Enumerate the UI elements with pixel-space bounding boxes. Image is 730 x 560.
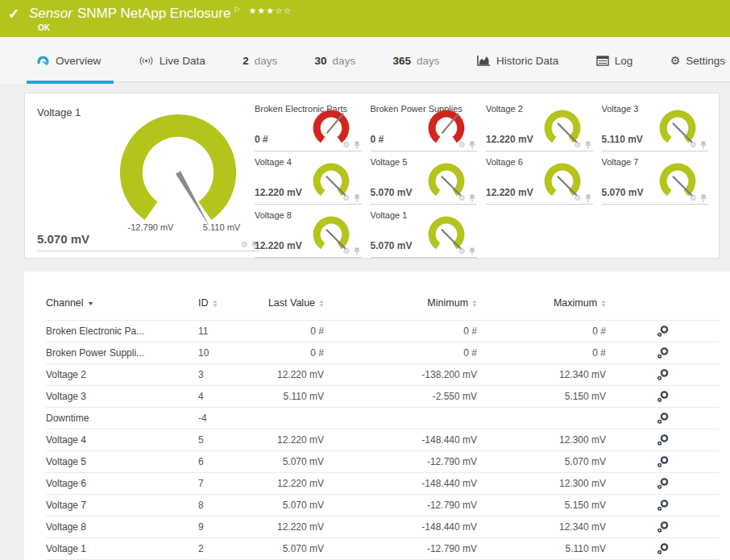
channel-settings-gears-icon[interactable] [657, 477, 670, 490]
channel-settings-gears-icon[interactable] [657, 368, 670, 381]
tab-label: days [255, 55, 278, 67]
table-row[interactable]: Downtime -4 [46, 407, 720, 429]
table-row[interactable]: Voltage 7 8 5.070 mV -12.790 mV 5.150 mV [46, 494, 720, 516]
table-row[interactable]: Voltage 2 3 12.220 mV -138.200 mV 12.340… [46, 363, 720, 385]
channel-name[interactable]: Voltage 1 [46, 537, 198, 559]
column-header-id[interactable]: ID [198, 296, 255, 320]
minimum-value: -148.440 mV [324, 429, 477, 450]
gauge-tile-voltage-5[interactable]: Voltage 5 5.070 mV ⚙ [371, 155, 478, 205]
gear-icon: ⚙ [670, 54, 681, 67]
tab-30-days[interactable]: 30 days [315, 37, 356, 84]
gauge-tile-broken-power-supplies[interactable]: Broken Power Supplies 0 # ⚙ [371, 102, 478, 151]
table-row[interactable]: Broken Power Suppli... 10 0 # 0 # 0 # [46, 342, 720, 363]
channel-name[interactable]: Voltage 2 [46, 363, 198, 385]
gauge-pin-icon[interactable] [354, 141, 360, 149]
gauge-settings-gear-icon[interactable]: ⚙ [458, 247, 466, 255]
gauge-pin-icon[interactable] [585, 194, 591, 202]
channel-id: 10 [198, 342, 255, 363]
gauge-settings-gear-icon[interactable]: ⚙ [343, 141, 350, 149]
table-row[interactable]: Voltage 8 9 12.220 mV -148.440 mV 12.340… [46, 516, 720, 537]
tab-365-days[interactable]: 365 days [393, 37, 440, 84]
channel-id: 5 [198, 429, 255, 450]
gauge-tile-voltage-7[interactable]: Voltage 7 5.070 mV ⚙ [602, 155, 709, 205]
channel-settings-gears-icon[interactable] [657, 499, 670, 512]
column-header-last-value[interactable]: Last Value [255, 296, 324, 320]
channel-settings-gears-icon[interactable] [657, 346, 670, 359]
gauge-tile-voltage-8[interactable]: Voltage 8 12.220 mV ⚙ [255, 208, 362, 258]
gauge-tile-voltage-1-main[interactable]: Voltage 1 -12.790 mV 5.110 mV 5.070 mV ⚙ [37, 102, 259, 251]
channel-name[interactable]: Voltage 3 [46, 385, 198, 407]
channel-settings-gears-icon[interactable] [657, 325, 670, 338]
table-row[interactable]: Voltage 3 4 5.110 mV -2.550 mV 5.150 mV [46, 385, 720, 407]
gauge-settings-gear-icon[interactable]: ⚙ [574, 141, 582, 149]
channel-settings-gears-icon[interactable] [657, 433, 670, 446]
channel-name[interactable]: Broken Electronic Pa... [46, 320, 198, 342]
table-row[interactable]: Voltage 4 5 12.220 mV -148.440 mV 12.300… [46, 429, 720, 450]
gauge-pin-icon[interactable] [469, 194, 475, 202]
sensor-name[interactable]: SNMP NetApp Enclosure [77, 6, 231, 21]
gauge-pin-icon[interactable] [700, 194, 707, 202]
column-header-channel[interactable]: Channel [46, 296, 198, 320]
tab-overview[interactable]: Overview [36, 37, 101, 84]
gauge-settings-gear-icon[interactable]: ⚙ [343, 194, 350, 202]
column-header-maximum[interactable]: Maximum [477, 296, 606, 320]
gauge-tile-voltage-2[interactable]: Voltage 2 12.220 mV ⚙ [486, 102, 593, 151]
channel-name[interactable]: Voltage 4 [46, 429, 198, 450]
gauge-tile-voltage-1-small[interactable]: Voltage 1 5.070 mV ⚙ [371, 208, 478, 258]
tab-settings[interactable]: ⚙ Settings [670, 37, 725, 84]
channel-id: 4 [198, 385, 255, 407]
column-header-minimum[interactable]: Minimum [324, 296, 477, 320]
gauge-tile-voltage-3[interactable]: Voltage 3 5.110 mV ⚙ [602, 102, 709, 151]
gauge-settings-gear-icon[interactable]: ⚙ [343, 247, 350, 255]
tab-2-days[interactable]: 2 days [243, 37, 277, 84]
tab-log[interactable]: Log [596, 37, 633, 84]
last-value: 5.070 mV [255, 494, 324, 516]
gauge-tile-voltage-6[interactable]: Voltage 6 12.220 mV ⚙ [486, 155, 593, 205]
channel-id: 8 [198, 494, 255, 516]
channel-name[interactable]: Broken Power Suppli... [46, 342, 198, 363]
gauge-settings-gear-icon[interactable]: ⚙ [241, 241, 248, 249]
minimum-value [324, 407, 477, 429]
gauge-pin-icon[interactable] [354, 247, 360, 255]
gauge-settings-gear-icon[interactable]: ⚙ [690, 194, 697, 202]
sort-desc-icon [84, 297, 93, 309]
channel-name[interactable]: Voltage 5 [46, 450, 198, 472]
priority-stars[interactable]: ★★★☆☆ [248, 6, 292, 15]
table-row[interactable]: Voltage 6 7 12.220 mV -148.440 mV 12.300… [46, 472, 720, 494]
tab-label: Historic Data [496, 55, 558, 67]
stars-filled: ★★★ [248, 6, 275, 15]
channel-name[interactable]: Downtime [46, 407, 198, 429]
gauge-settings-gear-icon[interactable]: ⚙ [574, 194, 582, 202]
gauge-scale-min: -12.790 mV [114, 222, 188, 232]
table-row[interactable]: Voltage 5 6 5.070 mV -12.790 mV 5.070 mV [46, 450, 720, 472]
channel-name[interactable]: Voltage 6 [46, 472, 198, 494]
maximum-value [477, 407, 606, 429]
gauge-tile-voltage-4[interactable]: Voltage 4 12.220 mV ⚙ [255, 155, 362, 205]
gauge-settings-gear-icon[interactable]: ⚙ [458, 194, 466, 202]
tab-historic-data[interactable]: Historic Data [477, 37, 558, 84]
tile-divider [371, 204, 478, 205]
channel-settings-gears-icon[interactable] [657, 521, 670, 533]
gauge-pin-icon[interactable] [469, 141, 475, 149]
gauge-tile-broken-electronic-parts[interactable]: Broken Electronic Parts 0 # ⚙ [255, 102, 362, 151]
tab-live-data[interactable]: Live Data [139, 37, 205, 84]
gauge-pin-icon[interactable] [354, 194, 360, 202]
channel-settings-gears-icon[interactable] [657, 542, 670, 555]
channel-settings-gears-icon[interactable] [657, 412, 670, 425]
gauge-pin-icon[interactable] [700, 141, 707, 149]
table-row[interactable]: Broken Electronic Pa... 11 0 # 0 # 0 # [46, 320, 720, 342]
maximum-value: 12.300 mV [477, 472, 606, 494]
flag-icon[interactable]: ⚐ [233, 6, 240, 15]
channel-settings-gears-icon[interactable] [657, 455, 670, 468]
last-value: 5.110 mV [255, 385, 324, 407]
table-row[interactable]: Voltage 1 2 5.070 mV -12.790 mV 5.110 mV [46, 537, 720, 559]
channel-settings-gears-icon[interactable] [657, 390, 670, 403]
gauge-settings-gear-icon[interactable]: ⚙ [690, 141, 697, 149]
sensor-status-badge: OK [38, 23, 50, 32]
channel-name[interactable]: Voltage 7 [46, 494, 198, 516]
gauge-settings-gear-icon[interactable]: ⚙ [458, 141, 466, 149]
gauge-pin-icon[interactable] [469, 247, 475, 255]
gauge-pin-icon[interactable] [585, 141, 591, 149]
tile-divider [602, 151, 709, 151]
channel-name[interactable]: Voltage 8 [46, 516, 198, 537]
